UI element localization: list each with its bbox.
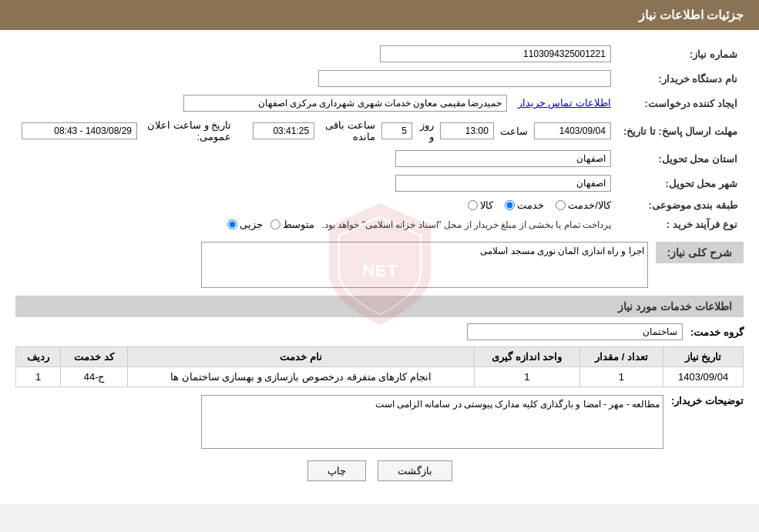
page-title: جزئیات اطلاعات نیاز: [639, 8, 744, 22]
category-kala[interactable]: کالا: [468, 199, 493, 211]
deadline-days-label: روز و: [418, 119, 434, 142]
category-khidmat-label: خدمت: [517, 199, 544, 211]
print-button[interactable]: چاپ: [307, 460, 366, 481]
deadline-time-input[interactable]: [440, 122, 494, 139]
page-container: جزئیات اطلاعات نیاز NET شماره نیاز: نام …: [0, 0, 759, 504]
category-kala-khidmat[interactable]: کالا/خدمت: [556, 199, 611, 211]
province-input[interactable]: [395, 150, 611, 167]
requester-input[interactable]: [183, 95, 507, 112]
buyer-org-row: نام دستگاه خریدار:: [15, 66, 744, 91]
table-row: 1403/09/04 1 1 انجام کارهای متفرقه درخصو…: [16, 367, 744, 387]
service-group-label: گروه خدمت:: [690, 326, 744, 338]
cell-name: انجام کارهای متفرقه درخصوص بازسازی و بهس…: [127, 367, 474, 387]
province-row: استان محل تحویل:: [15, 146, 744, 171]
city-input[interactable]: [395, 175, 611, 192]
requester-row: ایجاد کننده درخواست: اطلاعات تماس خریدار: [15, 91, 744, 115]
buyer-org-input[interactable]: [318, 70, 611, 87]
category-khidmat[interactable]: خدمت: [505, 199, 544, 211]
page-header: جزئیات اطلاعات نیاز: [0, 0, 759, 30]
back-button[interactable]: بازگشت: [378, 460, 452, 481]
need-desc-textarea[interactable]: اجرا و راه اندازی المان نوری مسجد اسلامی: [201, 242, 648, 288]
deadline-days-input[interactable]: [381, 122, 412, 139]
need-desc-section: شرح کلی نیاز: اجرا و راه اندازی المان نو…: [15, 242, 744, 288]
buyer-notes-label: توضیحات خریدار:: [671, 395, 744, 407]
col-name: نام خدمت: [127, 347, 474, 367]
purchase-type-label: نوع فرآیند خرید :: [617, 215, 744, 234]
buyer-org-label: نام دستگاه خریدار:: [617, 66, 744, 91]
purchase-type-group: پرداخت تمام یا بخشی از مبلغ خریدار از مح…: [22, 219, 611, 230]
category-kala-label: کالا: [480, 199, 493, 211]
need-number-input[interactable]: [380, 45, 611, 62]
deadline-row: مهلت ارسال پاسخ: تا تاریخ: ساعت روز و سا…: [15, 115, 744, 146]
city-row: شهر محل تحویل:: [15, 171, 744, 196]
service-group-input[interactable]: [467, 323, 683, 340]
type-mutawasset[interactable]: متوسط: [270, 219, 314, 230]
deadline-remaining-label: ساعت باقی مانده: [321, 119, 375, 142]
type-mutawasset-label: متوسط: [283, 219, 314, 230]
category-radio-group: کالا/خدمت خدمت کالا: [22, 199, 611, 211]
col-unit: واحد اندازه گیری: [474, 347, 579, 367]
requester-link[interactable]: اطلاعات تماس خریدار: [518, 97, 611, 109]
type-juzii-label: جزیی: [240, 219, 263, 230]
cell-code: ح-44: [61, 367, 128, 387]
cell-count: 1: [579, 367, 663, 387]
category-kala-radio[interactable]: [468, 200, 478, 210]
buyer-org-value: [55, 66, 617, 91]
need-number-label: شماره نیاز:: [617, 42, 744, 66]
buyer-notes-textarea[interactable]: مطالعه - مهر - امضا و بارگذاری کلیه مدار…: [201, 395, 663, 449]
type-juzii-radio[interactable]: [227, 219, 237, 229]
requester-label: ایجاد کننده درخواست:: [617, 91, 744, 115]
col-count: تعداد / مقدار: [579, 347, 663, 367]
city-label: شهر محل تحویل:: [617, 171, 744, 196]
purchase-type-notice: پرداخت تمام یا بخشی از مبلغ خریدار از مح…: [322, 219, 611, 230]
col-date: تاریخ نیاز: [663, 347, 744, 367]
type-juzii[interactable]: جزیی: [227, 219, 263, 230]
info-table: شماره نیاز: نام دستگاه خریدار: ایجاد کنن…: [15, 42, 744, 234]
cell-date: 1403/09/04: [663, 367, 744, 387]
deadline-remaining-input[interactable]: [253, 122, 314, 139]
cell-unit: 1: [474, 367, 579, 387]
announcement-label: تاریخ و ساعت اعلان عمومی:: [143, 119, 231, 142]
buyer-notes-section: توضیحات خریدار: مطالعه - مهر - امضا و با…: [15, 395, 744, 449]
content-area: NET شماره نیاز: نام دستگاه خریدار:: [0, 30, 759, 504]
category-label: طبقه بندی موضوعی:: [617, 196, 744, 215]
category-kala-khidmat-label: کالا/خدمت: [568, 199, 611, 211]
services-table: تاریخ نیاز تعداد / مقدار واحد اندازه گیر…: [15, 346, 744, 387]
deadline-time-label: ساعت: [500, 125, 528, 137]
need-number-row: شماره نیاز:: [15, 42, 744, 66]
buttons-row: بازگشت چاپ: [15, 460, 744, 493]
col-code: کد خدمت: [61, 347, 128, 367]
col-row: ردیف: [16, 347, 61, 367]
category-kala-khidmat-radio[interactable]: [556, 200, 566, 210]
service-group-section: گروه خدمت:: [15, 323, 744, 340]
deadline-date-input[interactable]: [534, 122, 611, 139]
deadline-label: مهلت ارسال پاسخ: تا تاریخ:: [617, 115, 744, 146]
services-table-header: تاریخ نیاز تعداد / مقدار واحد اندازه گیر…: [16, 347, 744, 367]
announcement-input[interactable]: [22, 122, 137, 139]
category-khidmat-radio[interactable]: [505, 200, 515, 210]
province-label: استان محل تحویل:: [617, 146, 744, 171]
services-section-header: اطلاعات خدمات مورد نیاز: [15, 296, 744, 317]
need-number-value: [55, 42, 617, 66]
deadline-inline: ساعت روز و ساعت باقی مانده تاریخ و ساعت …: [22, 119, 611, 142]
cell-row: 1: [16, 367, 61, 387]
type-mutawasset-radio[interactable]: [270, 219, 280, 229]
purchase-type-row: نوع فرآیند خرید : پرداخت تمام یا بخشی از…: [15, 215, 744, 234]
category-row: طبقه بندی موضوعی: کالا/خدمت خدمت کالا: [15, 196, 744, 215]
need-desc-label: شرح کلی نیاز:: [656, 242, 744, 263]
